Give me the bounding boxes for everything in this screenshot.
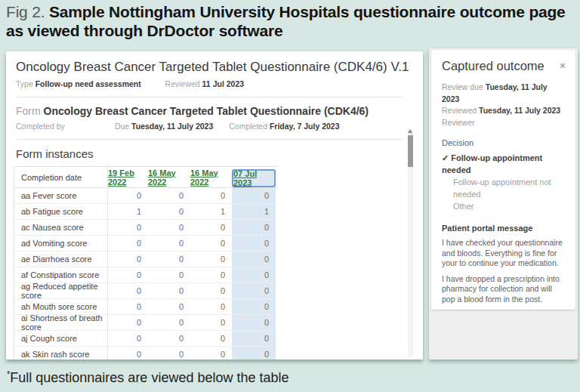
score-cell: 0	[148, 267, 190, 282]
score-cell: 0	[232, 236, 276, 251]
vertical-scrollbar[interactable]	[408, 128, 413, 357]
score-cell: 1	[108, 204, 148, 219]
footnote-text: Full questionnaires are viewed below the…	[10, 370, 288, 385]
date-column-header: 07 Jul 2023	[232, 167, 276, 187]
review-due-label: Review due	[442, 82, 483, 91]
figure-caption: Fig 2. Sample Nottingham University Hosp…	[6, 2, 580, 40]
divider	[16, 139, 403, 140]
outcome-reviewed-label: Reviewed	[442, 106, 477, 115]
score-cell: 0	[232, 315, 276, 330]
score-cell: 0	[190, 315, 232, 330]
date-link[interactable]: 16 May 2022	[148, 168, 186, 187]
form-meta: Completed by Due Tuesday, 11 July 2023 C…	[16, 122, 413, 131]
score-cell: 0	[148, 283, 190, 298]
date-link[interactable]: 07 Jul 2023	[233, 169, 274, 187]
completed-label: Completed	[229, 122, 267, 131]
score-cell: 0	[190, 331, 232, 346]
score-cell: 1	[232, 204, 276, 219]
table-row: ab Fatigue score1011	[14, 204, 277, 220]
score-cell: 0	[232, 347, 276, 360]
decision-option-label: Follow-up appointment needed	[442, 153, 542, 174]
row-label: ai Shortness of breath score	[14, 315, 108, 330]
row-label: af Constipation score	[14, 267, 108, 282]
reviewed-value: 11 Jul 2023	[202, 79, 244, 88]
table-row: aa Fever score0000	[14, 188, 277, 204]
score-cell: 0	[190, 188, 232, 203]
score-cell: 0	[108, 236, 148, 251]
score-cell: 0	[232, 252, 276, 267]
table-row: ac Nausea score0000	[14, 220, 277, 236]
table-row: ad Vomiting score0000	[14, 236, 277, 252]
table-row: ag Reduced appetite score0000	[14, 283, 277, 299]
score-cell: 0	[148, 252, 190, 267]
row-label: ab Fatigue score	[14, 204, 108, 219]
patient-portal-message: I have checked your questionnaire and bl…	[442, 238, 566, 310]
figure-footnote: *Full questionnaires are viewed below th…	[7, 369, 289, 386]
scrollbar-thumb[interactable]	[408, 135, 413, 167]
portal-message-paragraph: I have dropped a prescription into pharm…	[442, 274, 566, 305]
score-cell: 0	[148, 188, 190, 203]
figure-title: Sample Nottingham University Hospitals q…	[6, 3, 566, 39]
questionnaire-title: Oncology Breast Cancer Targeted Tablet Q…	[16, 60, 413, 75]
score-cell: 0	[148, 236, 190, 251]
row-label: aa Fever score	[14, 188, 108, 203]
portal-message-paragraph: I have checked your questionnaire and bl…	[442, 238, 566, 269]
captured-outcome-panel: Captured outcome × Review due Tuesday, 1…	[429, 48, 578, 360]
score-cell: 0	[148, 315, 190, 330]
row-label: ae Diarrhoea score	[14, 252, 108, 267]
date-link[interactable]: 16 May 2022	[190, 168, 227, 187]
score-cell: 0	[232, 188, 276, 203]
table-row: ak Skin rash score0000	[14, 347, 277, 360]
selected-date-box: 07 Jul 2023	[232, 169, 276, 187]
decision-option[interactable]: Other	[442, 200, 566, 212]
score-cell: 0	[190, 267, 232, 282]
scroll-up-icon[interactable]	[408, 129, 412, 133]
decision-option[interactable]: Follow-up appointment not needed	[442, 176, 566, 200]
decision-label: Decision	[442, 138, 566, 147]
row-label: ad Vomiting score	[14, 236, 108, 251]
completed-value: Friday, 7 July 2023	[270, 122, 340, 131]
score-cell: 0	[108, 331, 148, 346]
questionnaire-meta: Type Follow-up need assessment Reviewed …	[16, 79, 413, 88]
outcome-reviewed-value: Tuesday, 11 July 2023	[479, 106, 560, 115]
score-cell: 0	[190, 299, 232, 314]
figure-label: Fig 2.	[6, 3, 45, 20]
table-row: ah Mouth sore score0000	[14, 299, 277, 315]
score-cell: 0	[232, 220, 276, 235]
table-row: ae Diarrhoea score0000	[14, 252, 277, 267]
table-row: af Constipation score0000	[14, 267, 277, 283]
due-label: Due	[115, 122, 129, 131]
score-cell: 0	[108, 347, 148, 360]
score-cell: 0	[232, 331, 276, 346]
score-cell: 0	[108, 220, 148, 235]
completed-by-label: Completed by	[16, 122, 113, 131]
close-icon[interactable]: ×	[560, 59, 566, 73]
decision-option[interactable]: ✓Follow-up appointment needed	[442, 152, 566, 176]
row-label: aj Cough score	[14, 331, 108, 346]
score-cell: 0	[108, 299, 148, 314]
type-value: Follow-up need assessment	[35, 79, 141, 88]
score-cell: 0	[108, 267, 148, 282]
score-cell: 0	[148, 347, 190, 360]
table-header-row: Completion date 19 Feb 202216 May 202216…	[14, 167, 277, 188]
decision-option-label: Other	[453, 202, 474, 211]
captured-outcome-title: Captured outcome	[442, 59, 545, 73]
score-cell: 0	[148, 299, 190, 314]
date-column-header: 19 Feb 2022	[108, 167, 148, 187]
score-cell: 1	[190, 204, 232, 219]
score-cell: 0	[190, 347, 232, 360]
date-column-header: 16 May 2022	[148, 167, 190, 187]
score-cell: 0	[108, 315, 148, 330]
reviewed-label: Reviewed	[165, 79, 200, 88]
completion-date-header: Completion date	[14, 167, 108, 187]
form-instances-table: Completion date 19 Feb 202216 May 202216…	[14, 166, 277, 360]
score-cell: 0	[108, 283, 148, 298]
date-link[interactable]: 19 Feb 2022	[108, 168, 143, 187]
decision-options: ✓Follow-up appointment neededFollow-up a…	[442, 152, 566, 212]
row-label: ah Mouth sore score	[14, 299, 108, 314]
score-cell: 0	[148, 220, 190, 235]
table-row: aj Cough score0000	[14, 331, 277, 347]
score-cell: 0	[190, 236, 232, 251]
review-due-row: Review due Tuesday, 11 July 2023	[442, 82, 566, 105]
row-label: ak Skin rash score	[14, 347, 108, 360]
